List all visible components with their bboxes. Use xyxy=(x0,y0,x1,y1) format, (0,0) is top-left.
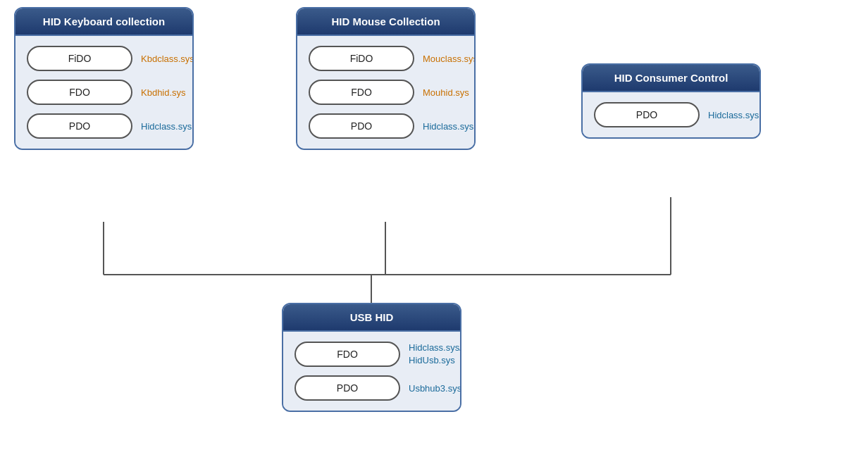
mouse-fido-pill: FiDO xyxy=(309,46,414,71)
usb-collection-box: USB HID FDO Hidclass.sys/HidUsb.sys PDO … xyxy=(282,303,461,412)
mouse-collection-header: HID Mouse Collection xyxy=(297,8,474,36)
consumer-collection-title: HID Consumer Control xyxy=(614,72,728,84)
kbd-fdo-row: FDO Kbdhid.sys xyxy=(27,80,181,105)
usb-fdo-pill: FDO xyxy=(294,342,400,367)
mouse-pdo-label: Hidclass.sys xyxy=(423,121,473,132)
kbd-fido-pill: FiDO xyxy=(27,46,132,71)
consumer-pdo-pill: PDO xyxy=(594,102,700,127)
consumer-collection-header: HID Consumer Control xyxy=(583,65,760,92)
mouse-fdo-row: FDO Mouhid.sys xyxy=(309,80,463,105)
mouse-fdo-pill: FDO xyxy=(309,80,414,105)
usb-pdo-row: PDO Usbhub3.sys xyxy=(294,375,449,401)
mouse-fido-row: FiDO Mouclass.sys xyxy=(309,46,463,71)
kbd-pdo-label: Hidclass.sys xyxy=(141,121,192,132)
mouse-pdo-pill: PDO xyxy=(309,113,414,139)
kbd-fdo-pill: FDO xyxy=(27,80,132,105)
mouse-fido-label: Mouclass.sys xyxy=(423,54,476,64)
usb-collection-title: USB HID xyxy=(350,311,394,323)
keyboard-collection-box: HID Keyboard collection FiDO Kbdclass.sy… xyxy=(14,7,194,150)
mouse-collection-body: FiDO Mouclass.sys FDO Mouhid.sys PDO Hid… xyxy=(297,36,474,149)
kbd-fdo-label: Kbdhid.sys xyxy=(141,87,186,98)
kbd-fido-row: FiDO Kbdclass.sys xyxy=(27,46,181,71)
consumer-collection-body: PDO Hidclass.sys xyxy=(583,92,760,137)
kbd-pdo-row: PDO Hidclass.sys xyxy=(27,113,181,139)
usb-collection-header: USB HID xyxy=(283,304,460,332)
mouse-collection-box: HID Mouse Collection FiDO Mouclass.sys F… xyxy=(296,7,476,150)
mouse-collection-title: HID Mouse Collection xyxy=(331,15,440,27)
keyboard-collection-header: HID Keyboard collection xyxy=(16,8,192,36)
usb-collection-body: FDO Hidclass.sys/HidUsb.sys PDO Usbhub3.… xyxy=(283,332,460,411)
mouse-fdo-label: Mouhid.sys xyxy=(423,87,469,98)
usb-pdo-label: Usbhub3.sys xyxy=(409,383,461,394)
kbd-fido-label: Kbdclass.sys xyxy=(141,54,194,64)
consumer-pdo-label: Hidclass.sys xyxy=(708,110,759,120)
usb-fdo-label: Hidclass.sys/HidUsb.sys xyxy=(409,342,461,367)
consumer-collection-box: HID Consumer Control PDO Hidclass.sys xyxy=(581,63,761,139)
usb-fdo-row: FDO Hidclass.sys/HidUsb.sys xyxy=(294,342,449,367)
diagram-container: HID Keyboard collection FiDO Kbdclass.sy… xyxy=(0,0,868,469)
consumer-pdo-row: PDO Hidclass.sys xyxy=(594,102,748,127)
kbd-pdo-pill: PDO xyxy=(27,113,132,139)
usb-pdo-pill: PDO xyxy=(294,375,400,401)
keyboard-collection-title: HID Keyboard collection xyxy=(43,15,165,27)
mouse-pdo-row: PDO Hidclass.sys xyxy=(309,113,463,139)
keyboard-collection-body: FiDO Kbdclass.sys FDO Kbdhid.sys PDO Hid… xyxy=(16,36,192,149)
